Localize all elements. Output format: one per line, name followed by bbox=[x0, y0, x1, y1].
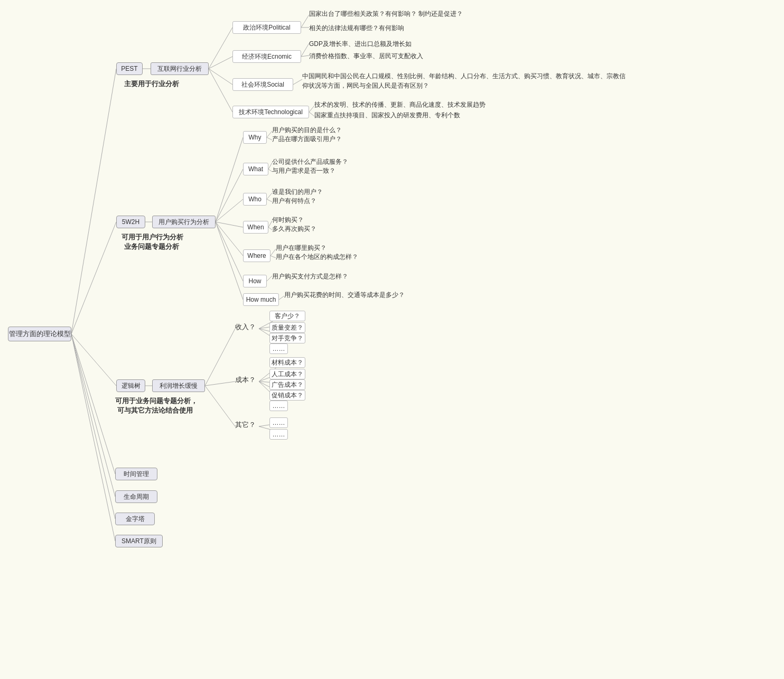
svg-line-18 bbox=[309, 112, 314, 116]
svg-line-6 bbox=[71, 334, 115, 541]
logic-profit-node: 利润增长缓慢 bbox=[152, 379, 205, 392]
tech-text2: 国家重点扶持项目、国家投入的研发费用、专利个数 bbox=[314, 111, 460, 120]
svg-line-20 bbox=[216, 137, 243, 222]
logic-desc1: 可用于业务问题专题分析， bbox=[115, 396, 198, 406]
pest-internet-label: 互联网行业分析 bbox=[157, 64, 202, 73]
political-node: 政治环境Political bbox=[232, 21, 301, 34]
svg-line-11 bbox=[209, 69, 232, 112]
what-text2: 与用户需求是否一致？ bbox=[272, 166, 335, 175]
other-label: 其它？ bbox=[235, 420, 256, 430]
who-text2: 用户有何特点？ bbox=[272, 197, 316, 206]
when-node: When bbox=[243, 221, 268, 234]
svg-line-32 bbox=[267, 199, 272, 202]
svg-line-2 bbox=[71, 334, 116, 386]
cost-text2: 人工成本？ bbox=[269, 369, 305, 379]
svg-line-24 bbox=[216, 222, 243, 256]
svg-line-15 bbox=[301, 55, 309, 57]
svg-line-28 bbox=[267, 137, 272, 140]
economic-text1: GDP及增长率、进出口总额及增长如 bbox=[309, 40, 412, 49]
pest-desc: 主要用于行业分析 bbox=[124, 79, 179, 89]
svg-line-4 bbox=[71, 334, 115, 497]
svg-line-10 bbox=[209, 69, 232, 85]
svg-line-12 bbox=[301, 15, 309, 27]
when-text2: 多久再次购买？ bbox=[272, 225, 316, 234]
political-text2: 相关的法律法规有哪些？有何影响 bbox=[309, 24, 404, 33]
svg-line-23 bbox=[216, 222, 243, 227]
5w2h-behavior-node: 用户购买行为分析 bbox=[152, 216, 216, 228]
cost-text4: 促销成本？ bbox=[269, 390, 305, 401]
why-text2: 产品在哪方面吸引用户？ bbox=[272, 135, 342, 144]
pyramid-node: 金字塔 bbox=[115, 513, 155, 525]
svg-line-26 bbox=[216, 222, 243, 300]
what-text1: 公司提供什么产品或服务？ bbox=[272, 157, 348, 166]
svg-line-34 bbox=[268, 227, 272, 230]
svg-line-29 bbox=[268, 163, 272, 169]
5w2h-desc1: 可用于用户行为分析 bbox=[122, 232, 183, 242]
svg-line-41 bbox=[205, 382, 235, 386]
svg-line-40 bbox=[205, 329, 235, 386]
where-text1: 用户在哪里购买？ bbox=[276, 244, 326, 253]
political-text1: 国家出台了哪些相关政策？有何影响？ 制约还是促进？ bbox=[309, 10, 463, 18]
svg-line-1 bbox=[71, 222, 116, 334]
svg-line-37 bbox=[267, 276, 272, 281]
who-text1: 谁是我们的用户？ bbox=[272, 188, 323, 197]
pest-internet-node: 互联网行业分析 bbox=[151, 62, 209, 75]
logic-node: 逻辑树 bbox=[116, 379, 145, 392]
pest-node: PEST bbox=[116, 62, 143, 75]
who-node: Who bbox=[243, 193, 267, 206]
why-node: Why bbox=[243, 131, 267, 144]
cost-text1: 材料成本？ bbox=[269, 357, 305, 368]
5w2h-desc2: 业务问题专题分析 bbox=[124, 242, 179, 252]
svg-line-0 bbox=[71, 69, 116, 334]
svg-line-36 bbox=[270, 256, 276, 258]
svg-line-9 bbox=[209, 57, 232, 69]
what-node: What bbox=[243, 163, 268, 175]
where-node: Where bbox=[243, 249, 270, 262]
5w2h-node: 5W2H bbox=[116, 216, 145, 228]
svg-line-3 bbox=[71, 334, 115, 474]
svg-line-31 bbox=[267, 193, 272, 199]
svg-line-35 bbox=[270, 249, 276, 256]
economic-text2: 消费价格指数、事业率、居民可支配收入 bbox=[309, 52, 423, 61]
how-node: How bbox=[243, 275, 267, 287]
svg-line-38 bbox=[279, 296, 284, 300]
svg-line-5 bbox=[71, 334, 115, 519]
where-text2: 用户在各个地区的构成怎样？ bbox=[276, 253, 358, 262]
cost-text5: …… bbox=[269, 401, 288, 411]
svg-line-33 bbox=[268, 221, 272, 227]
tech-text1: 技术的发明、技术的传播、更新、商品化速度、技术发展趋势 bbox=[314, 100, 486, 109]
svg-line-22 bbox=[216, 199, 243, 222]
svg-line-14 bbox=[301, 43, 309, 57]
income-text3: 对手竞争？ bbox=[269, 333, 305, 343]
social-text1: 中国网民和中国公民在人口规模、性别比例、年龄结构、人口分布、生活方式、购买习惯、… bbox=[302, 71, 630, 90]
tech-node: 技术环境Technological bbox=[232, 106, 309, 118]
time-mgmt-node: 时间管理 bbox=[115, 468, 157, 480]
root-node: 管理方面的理论模型 bbox=[8, 327, 71, 341]
logic-desc2: 可与其它方法论结合使用 bbox=[117, 406, 193, 415]
when-text1: 何时购买？ bbox=[272, 216, 304, 225]
social-node: 社会环境Social bbox=[232, 78, 293, 91]
svg-line-27 bbox=[267, 131, 272, 137]
mind-map: 管理方面的理论模型 PEST 互联网行业分析 主要用于行业分析 政治环境Poli… bbox=[0, 0, 784, 679]
howmuch-text1: 用户购买花费的时间、交通等成本是多少？ bbox=[284, 291, 405, 300]
income-text2: 质量变差？ bbox=[269, 322, 305, 333]
cost-label: 成本？ bbox=[235, 375, 256, 385]
root-label: 管理方面的理论模型 bbox=[9, 329, 71, 339]
lifecycle-node: 生命周期 bbox=[115, 490, 157, 503]
svg-line-25 bbox=[216, 222, 243, 281]
economic-node: 经济环境Ecnomic bbox=[232, 50, 301, 63]
svg-line-17 bbox=[309, 106, 314, 112]
income-text4: …… bbox=[269, 343, 288, 354]
income-label: 收入？ bbox=[235, 322, 256, 332]
other-text1: …… bbox=[269, 417, 288, 428]
cost-text3: 广告成本？ bbox=[269, 379, 305, 390]
other-text2: …… bbox=[269, 429, 288, 440]
svg-line-16 bbox=[293, 79, 302, 85]
income-text1: 客户少？ bbox=[269, 311, 305, 321]
why-text1: 用户购买的目的是什么？ bbox=[272, 126, 342, 135]
pest-label: PEST bbox=[121, 65, 137, 72]
howmuch-node: How much bbox=[243, 293, 279, 306]
smart-node: SMART原则 bbox=[115, 535, 163, 547]
svg-line-21 bbox=[216, 169, 243, 222]
svg-line-30 bbox=[268, 169, 272, 172]
